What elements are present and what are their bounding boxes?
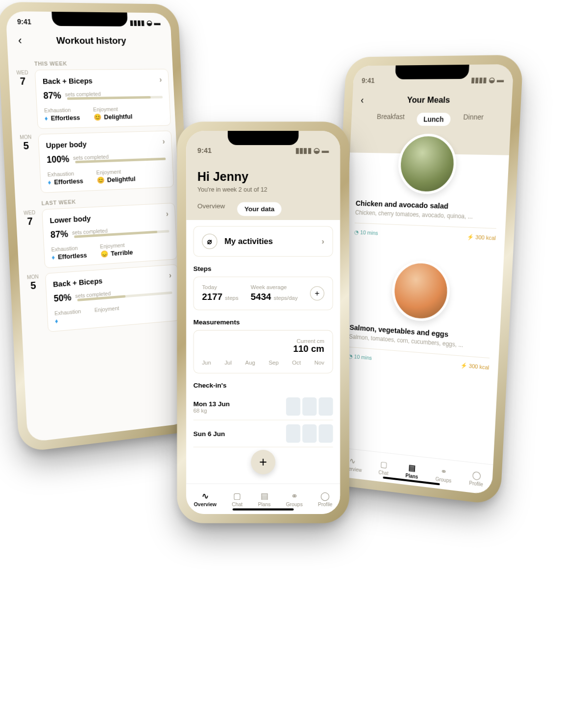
face-icon: 😞 — [100, 250, 108, 258]
signal-icon: ▮▮▮▮ — [295, 146, 312, 154]
sets-pct: 50% — [53, 292, 72, 304]
nav-groups[interactable]: ⚭Groups — [286, 491, 303, 507]
workout-entry[interactable]: MON 5 Back + Biceps › 50% sets completed — [24, 264, 180, 334]
steps-heading: Steps — [194, 265, 333, 272]
checkin-thumb — [286, 397, 300, 416]
workout-card[interactable]: Upper body › 100% sets completed Exhaust… — [38, 130, 174, 193]
sets-pct: 87% — [50, 229, 69, 241]
flame-icon: ♦ — [45, 115, 48, 123]
enjoyment-label: Enjoyment — [93, 106, 132, 113]
greeting: Hi Jenny — [197, 170, 329, 184]
my-activities-card[interactable]: ⌀ My activities › — [194, 226, 333, 256]
tab-lunch[interactable]: Lunch — [416, 113, 451, 126]
meal-card[interactable]: Salmon, vegetables and eggs Salmon, toma… — [347, 257, 494, 382]
sets-pct: 87% — [43, 90, 61, 101]
checkin-date: Mon 13 Jun — [194, 400, 230, 408]
month-label: Jul — [224, 360, 232, 366]
meal-kcal: ⚡ 300 kcal — [460, 362, 489, 371]
profile-icon: ◯ — [469, 469, 484, 481]
plans-icon: ▤ — [258, 491, 270, 501]
tab-breakfast[interactable]: Breakfast — [376, 113, 405, 126]
entry-date: MON 5 — [24, 273, 42, 292]
checkin-thumb — [286, 424, 300, 442]
nav-profile[interactable]: ◯Profile — [469, 469, 484, 487]
greeting-sub: You're in week 2 out of 12 — [197, 186, 329, 193]
enjoyment-label: Enjoyment — [96, 168, 135, 175]
nav-plans[interactable]: ▤Plans — [405, 462, 418, 479]
bolt-icon: ⚡ — [467, 234, 474, 240]
tab-your-data[interactable]: Your data — [237, 202, 281, 216]
wifi-icon: ◒ — [489, 75, 495, 84]
face-icon: 😊 — [97, 176, 104, 184]
workout-entry[interactable]: MON 5 Upper body › 100% sets completed — [17, 130, 174, 194]
checkin-row[interactable]: Mon 13 Jun 68 kg — [194, 393, 333, 420]
checkin-thumbs — [286, 424, 333, 442]
status-icons: ▮▮▮▮ ◒ ▬ — [295, 146, 329, 154]
month-label: Oct — [292, 360, 301, 366]
month-label: Jun — [202, 360, 211, 366]
exhaustion-label: Exhaustion — [44, 107, 80, 114]
status-time: 9:41 — [17, 18, 31, 26]
checkin-thumbs — [286, 397, 333, 416]
current-value: 110 cm — [202, 344, 324, 355]
home-indicator[interactable] — [233, 509, 294, 511]
add-button[interactable]: + — [251, 450, 275, 474]
meal-card[interactable]: Chicken and avocado salad Chicken, cherr… — [354, 133, 501, 252]
tab-overview[interactable]: Overview — [197, 202, 225, 216]
battery-icon: ▬ — [322, 146, 329, 154]
groups-icon: ⚭ — [436, 466, 452, 477]
entry-dom: 5 — [24, 279, 42, 292]
measurements-card[interactable]: Current cm 110 cm JunJulAugSepOctNov — [194, 330, 333, 373]
workout-entry[interactable]: WED 7 Back + Biceps › 87% sets completed — [14, 69, 171, 129]
workout-name: Back + Biceps — [43, 76, 93, 85]
status-icons: ▮▮▮▮ ◒ ▬ — [471, 75, 504, 84]
steps-today-label: Today — [202, 284, 238, 290]
workout-name: Lower body — [49, 214, 91, 224]
page-title: Workout history — [16, 35, 165, 46]
nav-overview[interactable]: ∿Overview — [194, 491, 217, 507]
chevron-right-icon: › — [321, 237, 324, 246]
nav-chat[interactable]: ▢Chat — [378, 459, 389, 476]
enjoyment-value: Delightful — [104, 113, 132, 121]
enjoyment-label: Enjoyment — [94, 305, 119, 313]
flame-icon: ♦ — [48, 178, 51, 186]
status-icons: ▮▮▮▮ ◒ ▬ — [129, 19, 160, 27]
exhaustion-value: Effortless — [54, 177, 83, 186]
nav-profile[interactable]: ◯Profile — [318, 491, 332, 507]
entry-date: MON 5 — [17, 134, 35, 152]
steps-card[interactable]: Today 2177 steps Week average 5434 steps… — [194, 276, 333, 310]
tab-dinner[interactable]: Dinner — [463, 113, 484, 126]
entry-dow: MON — [17, 134, 34, 140]
add-steps-button[interactable]: + — [310, 286, 324, 300]
workout-card[interactable]: Back + Biceps › 50% sets completed Exhau… — [45, 264, 180, 332]
nav-plans[interactable]: ▤Plans — [258, 491, 270, 507]
months-axis: JunJulAugSepOctNov — [202, 360, 324, 366]
workout-entry[interactable]: WED 7 Lower body › 87% sets completed — [21, 203, 178, 270]
checkin-thumb — [318, 397, 333, 416]
workout-card[interactable]: Back + Biceps › 87% sets completed Exhau… — [35, 69, 171, 129]
my-activities-label: My activities — [224, 237, 315, 246]
workout-card[interactable]: Lower body › 87% sets completed Exhausti… — [42, 203, 177, 269]
meal-image — [391, 260, 451, 323]
steps-avg-value: 5434 — [251, 292, 271, 302]
section-label: THIS WEEK — [34, 60, 168, 67]
checkin-row[interactable]: Sun 6 Jun — [194, 420, 333, 447]
bolt-icon: ⚡ — [460, 362, 467, 369]
nav-chat[interactable]: ▢Chat — [232, 491, 243, 507]
face-icon: 😊 — [93, 113, 101, 121]
enjoyment-value: Delightful — [107, 175, 135, 184]
enjoyment-value: Terrible — [111, 248, 133, 257]
flame-icon: ♦ — [55, 317, 58, 325]
entry-dom: 7 — [21, 215, 39, 228]
meal-time: ◔ 10 mins — [348, 353, 372, 362]
overview-icon: ∿ — [194, 491, 217, 501]
phone-workout-history: 9:41 ▮▮▮▮ ◒ ▬ ‹ Workout history THIS WEE… — [0, 4, 196, 450]
month-label: Sep — [269, 360, 278, 366]
phone-dashboard: 9:41 ▮▮▮▮ ◒ ▬ Hi Jenny You're in week 2 … — [179, 123, 347, 521]
exhaustion-value: Effortless — [50, 114, 80, 122]
notch — [51, 12, 128, 26]
activity-icon: ⌀ — [202, 234, 217, 249]
nav-groups[interactable]: ⚭Groups — [435, 466, 452, 483]
entry-dom: 7 — [14, 75, 31, 87]
sets-pct: 100% — [47, 154, 70, 165]
